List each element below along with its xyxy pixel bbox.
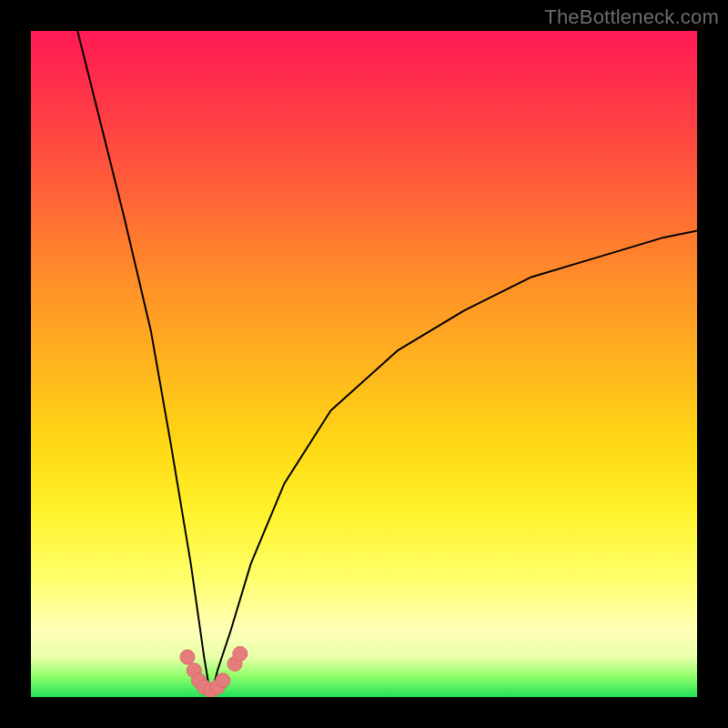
- marker-dot: [210, 680, 225, 694]
- marker-dot: [187, 663, 201, 678]
- watermark-text: TheBottleneck.com: [544, 5, 719, 29]
- marker-dot: [180, 650, 195, 664]
- curve-path: [77, 31, 697, 697]
- marker-dot: [233, 646, 248, 661]
- marker-dot: [216, 673, 230, 688]
- marker-dot: [192, 673, 207, 688]
- plot-area: [31, 31, 697, 697]
- chart-frame: TheBottleneck.com: [0, 0, 728, 728]
- bottleneck-curve: [77, 31, 697, 697]
- marker-cluster: [180, 646, 248, 697]
- marker-dot: [197, 680, 211, 694]
- marker-dot: [204, 683, 218, 697]
- marker-dot: [228, 656, 242, 671]
- curve-svg: [31, 31, 697, 697]
